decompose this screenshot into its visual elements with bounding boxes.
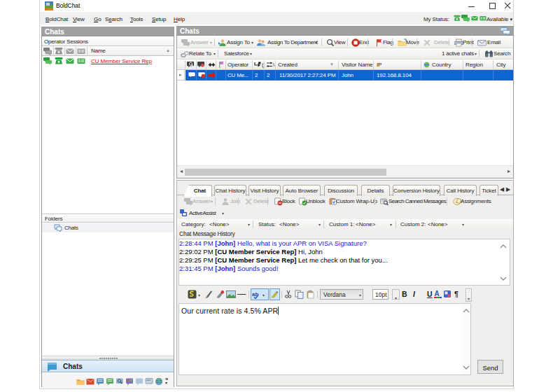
svg-text:A: A <box>435 290 440 298</box>
